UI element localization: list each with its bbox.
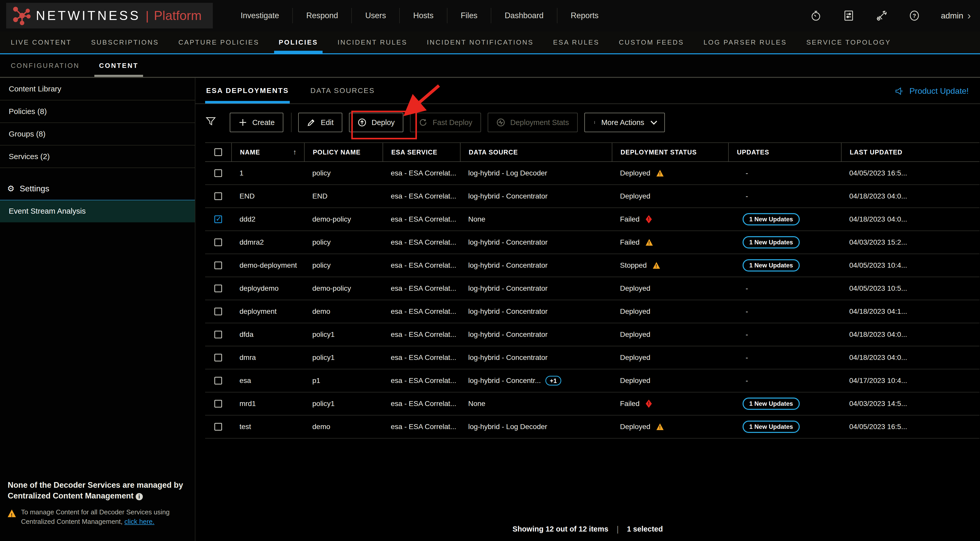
- cell-last-updated: 04/18/2023 04:1...: [841, 308, 980, 316]
- menu-reports[interactable]: Reports: [557, 8, 612, 23]
- table-row[interactable]: dmra policy1 esa - ESA Correlat... log-h…: [205, 346, 980, 370]
- cell-last-updated: 04/18/2023 04:0...: [841, 354, 980, 362]
- sidebar-item-groups[interactable]: Groups (8): [0, 123, 195, 146]
- menu-dashboard[interactable]: Dashboard: [491, 8, 557, 23]
- col-name[interactable]: NAME↑: [231, 143, 304, 161]
- cell-data-source: log-hybrid - Concentrator: [460, 354, 612, 362]
- sort-asc-icon: ↑: [293, 148, 297, 156]
- gear-icon: ⚙: [7, 184, 14, 194]
- deploy-button[interactable]: Deploy: [349, 113, 403, 132]
- col-policy-name[interactable]: POLICY NAME: [304, 143, 383, 161]
- select-all-checkbox[interactable]: [214, 148, 222, 156]
- table-row[interactable]: test demo esa - ESA Correlat... log-hybr…: [205, 416, 980, 438]
- table-row[interactable]: 1 policy esa - ESA Correlat... log-hybri…: [205, 162, 980, 185]
- nav-incident-notifications[interactable]: INCIDENT NOTIFICATIONS: [417, 31, 543, 53]
- row-checkbox[interactable]: [214, 400, 222, 408]
- cell-esa-service: esa - ESA Correlat...: [383, 423, 460, 431]
- table-row[interactable]: demo-deployment policy esa - ESA Correla…: [205, 254, 980, 277]
- select-all-checkbox-cell[interactable]: [205, 143, 231, 161]
- row-checkbox[interactable]: [214, 216, 222, 223]
- table-row[interactable]: ddd2 demo-policy esa - ESA Correlat... N…: [205, 208, 980, 231]
- sidebar-item-policies[interactable]: Policies (8): [0, 100, 195, 123]
- click-here-link[interactable]: click here.: [124, 518, 154, 525]
- col-last-updated[interactable]: LAST UPDATED: [841, 143, 980, 161]
- table-row[interactable]: deployment demo esa - ESA Correlat... lo…: [205, 300, 980, 323]
- table-row[interactable]: ddmra2 policy esa - ESA Correlat... log-…: [205, 231, 980, 254]
- nav-live-content[interactable]: LIVE CONTENT: [1, 31, 81, 53]
- sidebar-item-event-stream-analysis[interactable]: Event Stream Analysis: [0, 200, 195, 222]
- toolbar: Create Edit Deploy Fast Deploy Depl: [196, 104, 980, 141]
- table-row[interactable]: dfda policy1 esa - ESA Correlat... log-h…: [205, 323, 980, 346]
- edit-button[interactable]: Edit: [298, 113, 342, 132]
- menu-hosts[interactable]: Hosts: [399, 8, 447, 23]
- table-row[interactable]: mrd1 policy1 esa - ESA Correlat... None …: [205, 392, 980, 416]
- row-checkbox[interactable]: [214, 354, 222, 362]
- warning-icon: [646, 239, 653, 246]
- top-menu: Investigate Respond Users Hosts Files Da…: [227, 8, 612, 23]
- table-footer: Showing 12 out of 12 items | 1 selected: [196, 524, 980, 534]
- user-menu[interactable]: admin ›: [941, 11, 971, 21]
- nav-policies[interactable]: POLICIES: [269, 31, 328, 53]
- row-checkbox[interactable]: [214, 169, 222, 177]
- row-checkbox[interactable]: [214, 262, 222, 269]
- info-icon[interactable]: i: [136, 493, 143, 500]
- row-checkbox[interactable]: [214, 308, 222, 315]
- row-checkbox[interactable]: [214, 331, 222, 338]
- table-row[interactable]: END END esa - ESA Correlat... log-hybrid…: [205, 185, 980, 208]
- tab-esa-deployments[interactable]: ESA DEPLOYMENTS: [205, 78, 290, 103]
- row-checkbox[interactable]: [214, 423, 222, 431]
- cell-last-updated: 04/03/2023 15:2...: [841, 238, 980, 246]
- nav-esa-rules[interactable]: ESA RULES: [543, 31, 609, 53]
- tools-icon[interactable]: [875, 10, 888, 22]
- nav-log-parser-rules[interactable]: LOG PARSER RULES: [694, 31, 797, 53]
- row-checkbox[interactable]: [214, 377, 222, 384]
- fast-deploy-button[interactable]: Fast Deploy: [410, 113, 481, 132]
- subnav-content[interactable]: CONTENT: [89, 54, 148, 77]
- cell-updates: 1 New Updates: [728, 213, 841, 225]
- cell-updates: 1 New Updates: [728, 236, 841, 249]
- row-checkbox[interactable]: [214, 192, 222, 200]
- cell-last-updated: 04/18/2023 04:0...: [841, 215, 980, 224]
- table-row[interactable]: esa p1 esa - ESA Correlat... log-hybrid …: [205, 370, 980, 392]
- kebab-icon: [593, 118, 596, 127]
- logo-divider: |: [146, 9, 149, 23]
- menu-users[interactable]: Users: [351, 8, 399, 23]
- cell-policy-name: policy: [304, 238, 383, 246]
- cell-data-source: log-hybrid - Concentr...+1: [460, 376, 612, 386]
- tab-data-sources[interactable]: DATA SOURCES: [309, 78, 375, 103]
- row-checkbox[interactable]: [214, 238, 222, 246]
- col-esa-service[interactable]: ESA SERVICE: [383, 143, 460, 161]
- subnav-configuration[interactable]: CONFIGURATION: [1, 54, 89, 77]
- help-icon[interactable]: ?: [908, 10, 921, 22]
- sidebar-item-services[interactable]: Services (2): [0, 146, 195, 168]
- cell-name: deployment: [231, 308, 304, 316]
- filter-icon[interactable]: [205, 116, 218, 129]
- cell-policy-name: policy: [304, 169, 383, 177]
- plus-one-badge[interactable]: +1: [546, 376, 561, 386]
- col-deployment-status[interactable]: DEPLOYMENT STATUS: [612, 143, 728, 161]
- menu-respond[interactable]: Respond: [292, 8, 351, 23]
- nav-service-topology[interactable]: SERVICE TOPOLOGY: [797, 31, 901, 53]
- table-row[interactable]: deploydemo demo-policy esa - ESA Correla…: [205, 277, 980, 300]
- product-update-link[interactable]: Product Update!: [895, 78, 969, 104]
- top-bar: NETWITNESS | Platform Investigate Respon…: [0, 0, 980, 31]
- menu-investigate[interactable]: Investigate: [227, 8, 292, 23]
- nav-subscriptions[interactable]: SUBSCRIPTIONS: [81, 31, 169, 53]
- sidebar-settings[interactable]: ⚙ Settings: [0, 177, 195, 200]
- nav-incident-rules[interactable]: INCIDENT RULES: [328, 31, 417, 53]
- nav-capture-policies[interactable]: CAPTURE POLICIES: [169, 31, 269, 53]
- create-button[interactable]: Create: [230, 113, 283, 132]
- row-checkbox[interactable]: [214, 285, 222, 292]
- menu-files[interactable]: Files: [447, 8, 491, 23]
- deployment-stats-button[interactable]: Deployment Stats: [488, 113, 578, 132]
- nav-custom-feeds[interactable]: CUSTOM FEEDS: [609, 31, 694, 53]
- jobs-panel-icon[interactable]: [843, 10, 855, 22]
- col-updates[interactable]: UPDATES: [728, 143, 841, 161]
- col-data-source[interactable]: DATA SOURCE: [460, 143, 612, 161]
- netwitness-logo[interactable]: NETWITNESS | Platform: [6, 3, 213, 29]
- timer-icon[interactable]: [810, 10, 822, 22]
- sidebar-item-content-library[interactable]: Content Library: [0, 78, 195, 100]
- cell-last-updated: 04/05/2023 16:5...: [841, 423, 980, 431]
- cell-updates: -: [728, 169, 841, 177]
- more-actions-button[interactable]: More Actions: [584, 113, 665, 132]
